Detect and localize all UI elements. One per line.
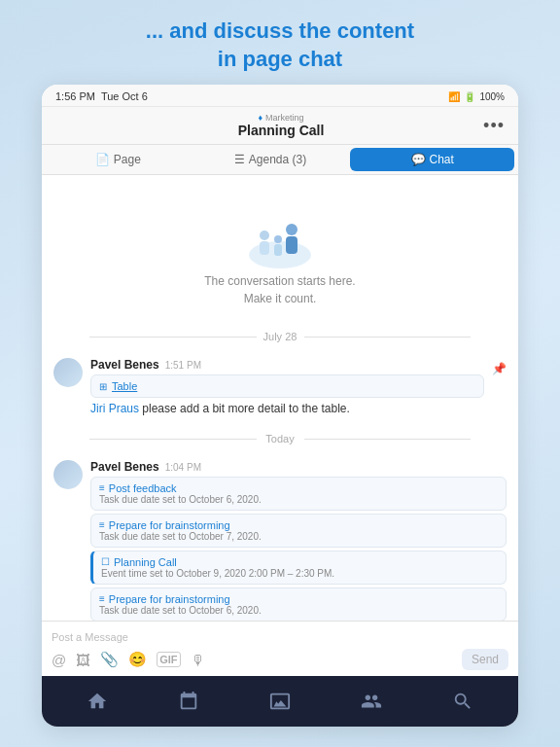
message-row-2: Pavel Benes 1:04 PM ≡ Post feedback Task… [42, 452, 518, 621]
marketing-icon: ♦ [258, 113, 262, 123]
message-content: Pavel Benes 1:51 PM ⊞ Table Jiri Praus p… [90, 358, 484, 417]
avatar [53, 358, 83, 387]
bottom-nav [42, 676, 518, 727]
svg-point-1 [260, 231, 269, 240]
svg-point-3 [286, 224, 298, 235]
svg-rect-6 [274, 244, 282, 256]
message-author-2: Pavel Benes [90, 460, 159, 474]
message-time: 1:51 PM [165, 360, 201, 371]
message-header: Pavel Benes 1:51 PM [90, 358, 484, 372]
tab-page[interactable]: 📄 Page [42, 145, 194, 174]
empty-text: The conversation starts here. Make it co… [204, 272, 355, 307]
wifi-icon: 📶 [448, 91, 460, 102]
message-input-area: Post a Message @ 🖼 📎 😊 GIF 🎙 Send [42, 621, 518, 676]
phone-frame: 1:56 PM Tue Oct 6 📶 🔋 100% ♦ Marketing P… [42, 85, 518, 727]
table-icon: ⊞ [99, 381, 107, 392]
pin-icon: 📌 [492, 362, 507, 375]
nav-search[interactable] [443, 682, 482, 721]
emoji-icon[interactable]: 😊 [128, 651, 147, 668]
tab-chat[interactable]: 💬 Chat [350, 148, 514, 171]
calendar-icon-3: ☐ [101, 556, 110, 567]
header-center: ♦ Marketing Planning Call [79, 113, 483, 138]
status-time-date: 1:56 PM Tue Oct 6 [55, 90, 148, 102]
message-text: Jiri Praus please add a bit more detail … [90, 401, 484, 417]
tab-agenda[interactable]: ☰ Agenda (3) [194, 145, 347, 174]
chat-icon: 💬 [411, 153, 426, 166]
message-header-2: Pavel Benes 1:04 PM [90, 460, 507, 474]
attachment-label-1[interactable]: Post feedback [109, 482, 177, 494]
hero-line1: ... and discuss the content [146, 18, 414, 46]
date-divider-july28: July 28 [42, 323, 518, 350]
task-icon-2: ≡ [99, 519, 105, 530]
input-placeholder-label: Post a Message [52, 627, 508, 649]
attachment-label-4[interactable]: Prepare for brainstorming [109, 593, 230, 605]
task-date-1: Task due date set to October 6, 2020. [99, 494, 498, 505]
input-toolbar: @ 🖼 📎 😊 GIF 🎙 Send [52, 649, 508, 670]
attachment-post-feedback: ≡ Post feedback Task due date set to Oct… [90, 477, 507, 511]
status-indicators: 📶 🔋 100% [448, 91, 505, 102]
gif-icon[interactable]: GIF [157, 652, 180, 667]
microphone-icon[interactable]: 🎙 [191, 652, 205, 668]
hero-line2: in page chat [146, 46, 414, 74]
chat-area: The conversation starts here. Make it co… [42, 175, 518, 621]
nav-gallery[interactable] [261, 682, 299, 721]
svg-rect-4 [286, 236, 298, 254]
app-header: ♦ Marketing Planning Call ••• [42, 107, 518, 145]
attachment-prepare-brainstorm: ≡ Prepare for brainstorming Task due dat… [90, 514, 507, 548]
more-options-button[interactable]: ••• [483, 116, 505, 136]
status-bar: 1:56 PM Tue Oct 6 📶 🔋 100% [42, 85, 518, 107]
message-attachment-table: ⊞ Table [90, 374, 484, 398]
image-icon[interactable]: 🖼 [76, 652, 90, 668]
task-date-3: Event time set to October 9, 2020 2:00 P… [101, 568, 498, 579]
message-row: Pavel Benes 1:51 PM ⊞ Table Jiri Praus p… [42, 350, 518, 425]
task-date-4: Task due date set to October 6, 2020. [99, 605, 498, 616]
attachment-label-3[interactable]: Planning Call [114, 556, 177, 568]
attachment-planning-call: ☐ Planning Call Event time set to Octobe… [90, 551, 507, 585]
agenda-icon: ☰ [234, 153, 245, 166]
attachment-icon[interactable]: 📎 [100, 651, 119, 668]
battery-icon: 🔋 [464, 91, 475, 102]
empty-illustration [241, 204, 319, 272]
svg-rect-2 [260, 241, 269, 255]
nav-calendar[interactable] [169, 682, 208, 721]
date-divider-today: Today [42, 425, 518, 452]
message-time-2: 1:04 PM [165, 462, 201, 473]
header-supertitle: ♦ Marketing [79, 113, 483, 123]
task-icon-4: ≡ [99, 593, 105, 604]
nav-home[interactable] [78, 682, 117, 721]
send-button[interactable]: Send [462, 649, 508, 670]
mention: Jiri Praus [90, 402, 139, 415]
message-author: Pavel Benes [90, 358, 159, 372]
task-icon-1: ≡ [99, 482, 105, 493]
attachment-label-2[interactable]: Prepare for brainstorming [109, 519, 230, 531]
svg-point-5 [274, 235, 282, 243]
task-date-2: Task due date set to October 7, 2020. [99, 531, 498, 542]
page-icon: 📄 [95, 153, 110, 166]
message-content-2: Pavel Benes 1:04 PM ≡ Post feedback Task… [90, 460, 507, 621]
attachment-label[interactable]: Table [112, 380, 137, 392]
attachment-prepare-brainstorm-2: ≡ Prepare for brainstorming Task due dat… [90, 587, 507, 621]
empty-state: The conversation starts here. Make it co… [42, 175, 518, 323]
hero-text: ... and discuss the content in page chat [126, 0, 434, 85]
header-title: Planning Call [79, 123, 483, 138]
avatar-2 [53, 460, 83, 489]
nav-people[interactable] [352, 682, 391, 721]
mention-icon[interactable]: @ [52, 652, 66, 668]
tab-bar: 📄 Page ☰ Agenda (3) 💬 Chat [42, 145, 518, 175]
